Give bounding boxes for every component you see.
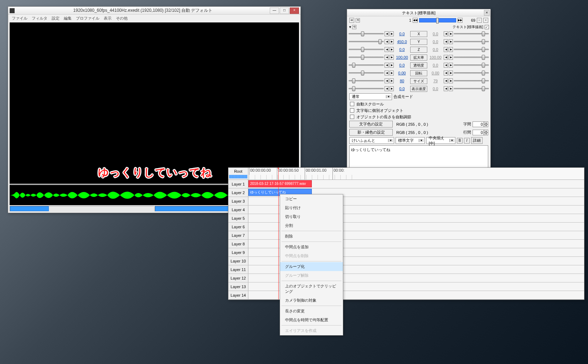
right-arrow-icon[interactable]: ▶ xyxy=(449,78,453,83)
right-arrow-icon[interactable]: ▶ xyxy=(390,71,394,76)
param-slider[interactable] xyxy=(454,88,489,89)
context-menu-item[interactable]: コピー xyxy=(280,194,343,203)
layer-label[interactable]: Layer 1 xyxy=(228,180,248,188)
menu-edit[interactable]: 編集 xyxy=(62,15,74,22)
left-arrow-icon[interactable]: ◀ xyxy=(444,47,448,52)
param-slider[interactable] xyxy=(454,72,489,74)
param-left-value[interactable]: 0.0 xyxy=(394,63,409,67)
param-right-value[interactable]: 0.0 xyxy=(428,63,443,67)
frame-plus-icon[interactable]: + xyxy=(483,18,488,23)
left-arrow-icon[interactable]: ◀ xyxy=(385,47,389,52)
line-spacing-input[interactable]: ▲▼ xyxy=(473,130,488,135)
param-button[interactable]: 表示速度 xyxy=(410,86,427,92)
param-slider[interactable] xyxy=(349,41,384,42)
layer-label[interactable]: Layer 12 xyxy=(228,274,248,282)
menu-file[interactable]: ファイル xyxy=(10,15,30,22)
text-content-input[interactable]: ゆっくりしていってね xyxy=(349,145,488,169)
right-arrow-icon[interactable]: ▶ xyxy=(390,39,394,44)
param-slider[interactable] xyxy=(349,88,384,89)
layer-label[interactable]: Layer 14 xyxy=(228,291,248,299)
param-slider[interactable] xyxy=(349,57,384,58)
audio-clip[interactable]: 2018-03-12 17-16-57 6998777.wav xyxy=(248,180,312,187)
param-right-value[interactable]: 0.0 xyxy=(428,40,443,44)
right-arrow-icon[interactable]: ▶ xyxy=(390,47,394,52)
left-arrow-icon[interactable]: ◀ xyxy=(385,39,389,44)
loop-icon[interactable]: ⟲ xyxy=(356,18,360,22)
param-button[interactable]: 回転 xyxy=(410,70,427,76)
frame-slider[interactable] xyxy=(419,18,456,22)
frame-prev-icon[interactable]: ◀◀ xyxy=(413,18,418,23)
context-menu-item[interactable]: グループ化 xyxy=(280,262,343,271)
menu-filter[interactable]: フィルタ xyxy=(30,15,50,22)
param-right-value[interactable]: 0.0 xyxy=(428,32,443,36)
param-button[interactable]: X xyxy=(410,31,427,37)
char-spacing-input[interactable]: ▲▼ xyxy=(473,121,488,127)
context-menu-item[interactable]: 中間点を時間で均等配置 xyxy=(280,316,343,324)
context-menu-item[interactable]: 貼り付け xyxy=(280,203,343,212)
context-menu-item[interactable]: 長さの変更 xyxy=(280,307,343,316)
align-combo[interactable]: 中央揃え[中]▼ xyxy=(426,137,455,144)
minimize-button[interactable]: — xyxy=(270,7,279,14)
layer-label[interactable]: Layer 4 xyxy=(228,206,248,214)
layer-label[interactable]: Layer 13 xyxy=(228,282,248,291)
frame-first-icon[interactable]: ≪ xyxy=(349,18,354,23)
right-arrow-icon[interactable]: ▶ xyxy=(449,39,453,44)
detail-button[interactable]: 詳細 xyxy=(471,137,483,144)
param-button[interactable]: Z xyxy=(410,47,427,53)
left-arrow-icon[interactable]: ◀ xyxy=(385,86,389,91)
param-left-value[interactable]: 100.00 xyxy=(394,55,409,59)
context-menu-item[interactable]: 切り取り xyxy=(280,212,343,221)
param-slider[interactable] xyxy=(349,80,384,82)
context-menu-item[interactable]: 分割 xyxy=(280,221,343,230)
layer-label[interactable]: Layer 8 xyxy=(228,240,248,248)
param-button[interactable]: Y xyxy=(410,39,427,45)
param-right-value[interactable]: 79 xyxy=(428,79,443,83)
timeline-root[interactable]: Root xyxy=(228,168,248,180)
left-arrow-icon[interactable]: ◀ xyxy=(444,71,448,76)
param-button[interactable]: 拡大率 xyxy=(410,54,427,61)
panel-title[interactable]: テキスト[標準描画] × xyxy=(347,9,490,16)
timeline-ruler[interactable]: 00:00:00.00 00:00:00.50 00:00:01.00 00:0… xyxy=(248,168,584,180)
param-left-value[interactable]: 0.0 xyxy=(394,47,409,52)
menu-display[interactable]: 表示 xyxy=(102,15,114,22)
param-slider[interactable] xyxy=(349,49,384,50)
text-color-button[interactable]: 文字色の設定 xyxy=(349,121,393,128)
panel-close-button[interactable]: × xyxy=(484,10,490,16)
shadow-color-button[interactable]: 影・縁色の設定 xyxy=(349,129,393,136)
right-arrow-icon[interactable]: ▶ xyxy=(449,31,453,36)
param-left-value[interactable]: 0.0 xyxy=(394,32,409,36)
check-perchar[interactable] xyxy=(350,108,354,113)
param-left-value[interactable]: 0.0 xyxy=(394,87,409,91)
layer-label[interactable]: Layer 11 xyxy=(228,265,248,274)
param-slider[interactable] xyxy=(454,49,489,50)
right-arrow-icon[interactable]: ▶ xyxy=(390,86,394,91)
left-arrow-icon[interactable]: ◀ xyxy=(444,39,448,44)
font-combo[interactable]: けいふぉんと▼ xyxy=(349,137,394,144)
right-arrow-icon[interactable]: ▶ xyxy=(449,63,453,68)
collapse-icon[interactable]: ▼ xyxy=(349,25,352,29)
layer-label[interactable]: Layer 6 xyxy=(228,223,248,231)
left-arrow-icon[interactable]: ◀ xyxy=(444,63,448,68)
layer-label[interactable]: Layer 10 xyxy=(228,257,248,265)
frame-next-icon[interactable]: ▶▶ xyxy=(458,18,463,23)
menu-other[interactable]: その他 xyxy=(114,15,130,22)
bold-button[interactable]: B xyxy=(457,138,463,144)
param-left-value[interactable]: 450.0 xyxy=(394,40,409,44)
refresh-icon[interactable]: ⟲ xyxy=(352,25,356,29)
param-slider[interactable] xyxy=(454,41,489,42)
left-arrow-icon[interactable]: ◀ xyxy=(444,86,448,91)
param-slider[interactable] xyxy=(454,33,489,35)
layer-label[interactable]: Layer 7 xyxy=(228,231,248,239)
frame-minus-icon[interactable]: − xyxy=(477,18,482,23)
param-slider[interactable] xyxy=(349,64,384,66)
right-arrow-icon[interactable]: ▶ xyxy=(449,47,453,52)
layer-label[interactable]: Layer 5 xyxy=(228,214,248,222)
param-slider[interactable] xyxy=(454,64,489,66)
param-right-value[interactable]: 0.0 xyxy=(428,47,443,52)
param-button[interactable]: 透明度 xyxy=(410,62,427,68)
right-arrow-icon[interactable]: ▶ xyxy=(390,55,394,60)
close-button[interactable]: × xyxy=(290,7,299,14)
left-arrow-icon[interactable]: ◀ xyxy=(444,55,448,60)
context-menu-item[interactable]: 中間点を追加 xyxy=(280,243,343,251)
param-slider[interactable] xyxy=(349,33,384,35)
